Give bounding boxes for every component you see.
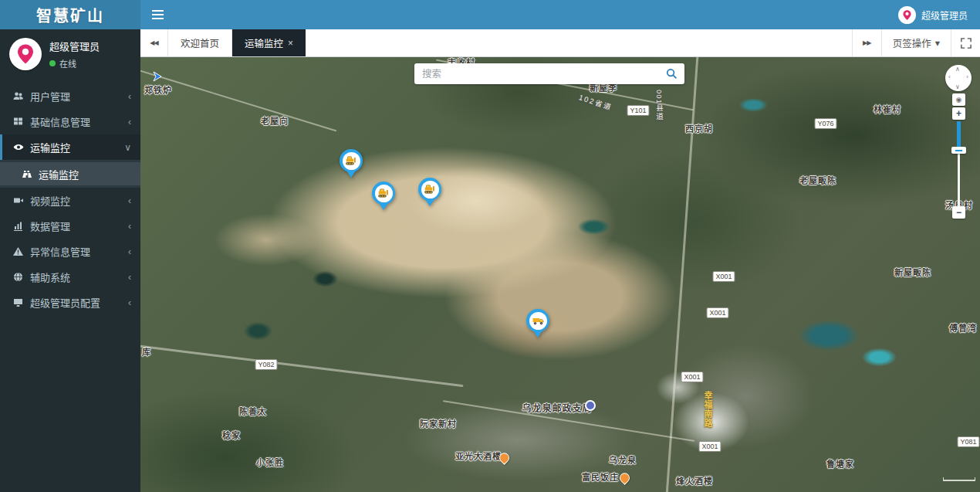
sidebar-user-status: 在线 bbox=[59, 57, 76, 70]
sidebar-toggle-icon[interactable] bbox=[140, 0, 174, 29]
road-badge: Y081 bbox=[957, 436, 979, 447]
tabbar-spacer bbox=[306, 29, 852, 56]
chevron-left-icon: ‹ bbox=[128, 117, 131, 127]
map-place-label: 阮家新村 bbox=[420, 417, 457, 429]
sidebar-submenu: 运输监控 bbox=[0, 160, 140, 188]
top-navbar: 超级管理员 bbox=[140, 0, 980, 29]
navbar-user[interactable]: 超级管理员 bbox=[898, 6, 980, 24]
map-search-input[interactable] bbox=[414, 69, 658, 80]
road-badge: Y076 bbox=[814, 118, 836, 129]
sidebar-user-panel: 超级管理员 在线 bbox=[0, 29, 140, 80]
sidebar-item-label: 运输监控 bbox=[30, 140, 124, 154]
map-place-label: 西京胡 bbox=[685, 122, 713, 134]
map-place-label: 老屋向 bbox=[261, 114, 289, 127]
map-place-label: 林崔村 bbox=[874, 103, 901, 115]
app-logo: 智慧矿山 bbox=[0, 0, 140, 29]
road-name-label: 幸福南路 bbox=[701, 391, 714, 428]
caret-down-icon: ▾ bbox=[935, 37, 940, 49]
pan-left-icon[interactable]: ‹ bbox=[948, 73, 951, 80]
map-place-label: 鲁塘家 bbox=[826, 457, 854, 470]
search-icon bbox=[666, 68, 678, 80]
tabs-scroll-left-icon[interactable]: ◀◀ bbox=[140, 29, 168, 56]
map-search-box bbox=[414, 63, 684, 84]
sidebar-item-video-monitor[interactable]: 视频监控 ‹ bbox=[0, 188, 140, 213]
tab-label: 运输监控 bbox=[245, 36, 283, 50]
bulldozer-icon bbox=[377, 188, 390, 198]
map-place-label: 郑铁炉 bbox=[144, 83, 172, 96]
users-icon bbox=[13, 91, 30, 101]
fullscreen-button[interactable] bbox=[951, 29, 980, 56]
tab-operations-dropdown[interactable]: 页签操作 ▾ bbox=[881, 29, 951, 56]
sidebar-item-label: 视频监控 bbox=[30, 193, 128, 208]
sidebar-subitem-transport-monitor[interactable]: 运输监控 bbox=[0, 162, 140, 185]
sidebar-item-user-management[interactable]: 用户管理 ‹ bbox=[0, 83, 140, 109]
zoom-in-button[interactable]: + bbox=[952, 107, 965, 120]
sidebar-item-label: 超级管理员配置 bbox=[30, 295, 128, 310]
chevron-down-icon: ∨ bbox=[124, 142, 131, 153]
sidebar-item-basic-info[interactable]: 基础信息管理 ‹ bbox=[0, 109, 140, 134]
marker-bulldozer[interactable] bbox=[340, 149, 363, 180]
user-avatar bbox=[898, 6, 916, 24]
zoom-slider-track-lower[interactable] bbox=[958, 153, 960, 207]
map-place-label: 乌龙泉 bbox=[609, 453, 637, 466]
sidebar-item-label: 基础信息管理 bbox=[30, 114, 128, 129]
pink-pin-icon bbox=[901, 9, 913, 21]
zoom-slider-track-upper[interactable] bbox=[957, 121, 961, 148]
tab-welcome-home[interactable]: 欢迎首页 bbox=[168, 29, 232, 56]
marker-bulldozer[interactable] bbox=[372, 182, 395, 212]
marker-truck[interactable] bbox=[526, 309, 549, 340]
bulldozer-icon bbox=[424, 185, 437, 195]
sidebar-item-data-management[interactable]: 数据管理 ‹ bbox=[0, 213, 140, 239]
map-place-label: 小张胜 bbox=[256, 456, 284, 468]
globe-icon bbox=[13, 272, 30, 282]
pan-up-icon[interactable]: ∧ bbox=[955, 66, 960, 73]
sidebar-item-superadmin-config[interactable]: 超级管理员配置 ‹ bbox=[0, 290, 140, 315]
pink-pin-icon bbox=[14, 42, 37, 66]
road-badge: Y101 bbox=[627, 105, 649, 116]
road-badge: X001 bbox=[712, 271, 735, 282]
marker-bulldozer[interactable] bbox=[418, 178, 441, 209]
warning-triangle-icon bbox=[13, 246, 30, 256]
sidebar-item-auxiliary-system[interactable]: 辅助系统 ‹ bbox=[0, 264, 140, 290]
sidebar-item-transport-monitor[interactable]: 运输监控 ∨ bbox=[0, 134, 140, 160]
tab-transport-monitor[interactable]: 运输监控 × bbox=[232, 29, 306, 56]
binoculars-icon bbox=[22, 169, 39, 179]
sidebar-item-label: 用户管理 bbox=[30, 89, 128, 103]
tab-operations-label: 页签操作 bbox=[893, 36, 931, 50]
post-office-poi-icon[interactable] bbox=[585, 400, 596, 411]
online-status-dot bbox=[49, 60, 56, 66]
sidebar-item-label: 数据管理 bbox=[30, 219, 128, 233]
eye-icon bbox=[13, 142, 30, 152]
sidebar-item-label: 辅助系统 bbox=[30, 270, 128, 284]
tab-label: 欢迎首页 bbox=[181, 36, 219, 50]
grid-icon bbox=[13, 117, 30, 127]
tabs-scroll-right-icon[interactable]: ▶▶ bbox=[852, 29, 881, 56]
map-place-label: 傅曾湾 bbox=[949, 321, 977, 334]
road-badge: X001 bbox=[698, 441, 721, 452]
bar-chart-icon bbox=[13, 221, 30, 231]
sidebar-subitem-label: 运输监控 bbox=[39, 167, 79, 182]
pan-right-icon[interactable]: › bbox=[966, 73, 968, 80]
map-place-label: 稔家 bbox=[222, 429, 241, 441]
app-header: 智慧矿山 超级管理员 bbox=[0, 0, 980, 29]
map-place-label: 老屋畈陈 bbox=[799, 174, 836, 186]
tab-bar: ◀◀ 欢迎首页 运输监控 × ▶▶ 页签操作 ▾ bbox=[140, 29, 980, 57]
chevron-left-icon: ‹ bbox=[128, 246, 131, 257]
pan-down-icon[interactable]: ∨ bbox=[955, 83, 960, 90]
tab-close-icon[interactable]: × bbox=[288, 38, 293, 49]
sidebar-item-abnormal-info[interactable]: 异常信息管理 ‹ bbox=[0, 239, 140, 264]
map-center-button[interactable]: ◉ bbox=[952, 93, 965, 106]
map-place-label: 亚光大酒楼 bbox=[455, 450, 502, 462]
map-pan-control[interactable]: ∧ ∨ ‹ › bbox=[945, 65, 972, 91]
search-button[interactable] bbox=[658, 63, 684, 84]
map-place-label: 陈善太 bbox=[239, 405, 267, 417]
chevron-left-icon: ‹ bbox=[128, 221, 131, 232]
zoom-slider-handle[interactable] bbox=[951, 147, 966, 154]
satellite-map[interactable]: 郑铁炉 老屋向 丰收村 新屋李 西京胡 林崔村 老屋畈陈 汤旦村 新屋畈陈 傅曾… bbox=[140, 57, 980, 492]
sidebar-item-label: 异常信息管理 bbox=[30, 244, 128, 259]
road-name-label: 001县道 bbox=[654, 90, 664, 120]
chevron-left-icon: ‹ bbox=[128, 195, 131, 206]
zoom-out-button[interactable]: − bbox=[952, 206, 965, 219]
sidebar-avatar bbox=[9, 38, 42, 70]
map-place-label: 烽火酒楼 bbox=[676, 474, 713, 487]
